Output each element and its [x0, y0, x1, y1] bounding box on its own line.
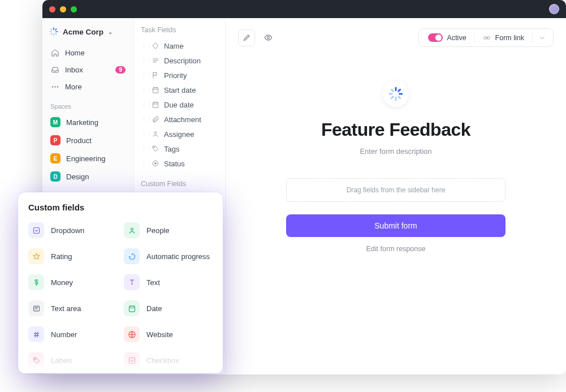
text-icon — [124, 274, 140, 290]
window-minimize-dot[interactable] — [60, 6, 66, 12]
brand-icon — [49, 27, 58, 36]
home-icon — [50, 48, 59, 57]
nav-badge: 9 — [115, 66, 126, 74]
preview-mode-button[interactable] — [260, 29, 276, 46]
draggable-field-assignee[interactable]: ⋮⋮ Assignee — [140, 127, 219, 141]
field-dropzone[interactable]: Drag fields from the sidebar here — [286, 178, 505, 202]
calendar-icon — [151, 86, 159, 94]
tag-icon — [28, 352, 44, 368]
space-item-marketing[interactable]: M Marketing — [48, 113, 128, 131]
space-item-engineering[interactable]: E Engineering — [48, 149, 128, 167]
draggable-field-status[interactable]: ⋮⋮ Status — [140, 156, 219, 171]
field-label: Description — [164, 57, 201, 65]
custom-field-type-people[interactable]: People — [124, 220, 213, 240]
drag-handle-icon[interactable]: ⋮⋮ — [141, 101, 146, 109]
nav-item-inbox[interactable]: Inbox 9 — [48, 61, 128, 78]
dollar-icon — [28, 274, 44, 290]
paperclip-icon — [151, 115, 159, 124]
space-item-design[interactable]: D Design — [48, 167, 128, 186]
custom-field-type-text[interactable]: Text — [124, 272, 213, 292]
custom-field-type-website[interactable]: Website — [124, 324, 213, 344]
submit-button[interactable]: Submit form — [286, 214, 505, 237]
person-icon — [124, 222, 140, 238]
active-toggle[interactable]: Active — [422, 31, 472, 44]
field-label: Status — [164, 160, 185, 168]
popover-title: Custom fields — [28, 203, 213, 212]
window-close-dot[interactable] — [49, 6, 55, 12]
drag-handle-icon[interactable]: ⋮⋮ — [141, 131, 146, 138]
custom-field-type-label: Text area — [51, 304, 81, 313]
space-chip: E — [50, 153, 61, 163]
custom-field-type-label: Money — [51, 278, 73, 287]
custom-field-type-automatic-progress[interactable]: Automatic progress — [124, 246, 213, 266]
drag-handle-icon[interactable]: ⋮⋮ — [141, 160, 146, 167]
space-label: Marketing — [66, 118, 98, 127]
form-link-label: Form link — [495, 34, 524, 42]
dropdown-icon — [28, 222, 44, 238]
workspace-switcher[interactable]: Acme Corp ⌄ — [48, 25, 128, 44]
draggable-field-start-date[interactable]: ⋮⋮ Start date — [140, 83, 219, 97]
custom-field-type-money[interactable]: Money — [28, 272, 117, 292]
draggable-field-name[interactable]: ⋮⋮ Name — [140, 38, 219, 53]
form-logo[interactable] — [383, 81, 409, 107]
draggable-field-due-date[interactable]: ⋮⋮ Due date — [140, 97, 219, 112]
more-icon — [50, 82, 59, 91]
custom-field-type-checkbox[interactable]: Checkbox — [124, 350, 213, 371]
chevron-down-icon: ⌄ — [108, 29, 113, 35]
nav-item-label: Inbox — [65, 66, 83, 74]
drag-handle-icon[interactable]: ⋮⋮ — [141, 87, 146, 94]
window-zoom-dot[interactable] — [71, 6, 77, 12]
workspace-name: Acme Corp — [63, 28, 103, 36]
custom-field-type-text-area[interactable]: Text area — [28, 298, 117, 318]
form-description-placeholder[interactable]: Enter form description — [360, 147, 431, 156]
drag-handle-icon[interactable]: ⋮⋮ — [141, 57, 146, 64]
spaces-heading: Spaces — [48, 95, 128, 113]
draggable-field-attachment[interactable]: ⋮⋮ Attachment — [140, 112, 219, 127]
draggable-field-description[interactable]: ⋮⋮ Description — [140, 53, 219, 68]
lines-icon — [151, 57, 159, 65]
canvas-toolbar: Active Form link — [238, 28, 554, 47]
space-item-product[interactable]: P Product — [48, 131, 128, 149]
titlebar — [42, 0, 566, 18]
drag-handle-icon[interactable]: ⋮⋮ — [141, 72, 146, 79]
space-chip: P — [50, 135, 61, 145]
task-fields-heading: Task Fields — [140, 26, 219, 38]
check-square-icon — [124, 352, 140, 368]
custom-field-type-label: Labels — [51, 356, 72, 365]
nav-item-label: More — [65, 83, 82, 91]
user-avatar[interactable] — [549, 4, 559, 14]
field-label: Assignee — [164, 130, 194, 139]
nav-item-home[interactable]: Home — [48, 44, 128, 61]
drag-handle-icon[interactable]: ⋮⋮ — [141, 116, 146, 123]
custom-field-type-rating[interactable]: Rating — [28, 246, 117, 266]
custom-field-type-label: Date — [146, 304, 162, 313]
status-icon — [151, 160, 159, 168]
form-link-more-button[interactable] — [535, 32, 550, 44]
form-canvas: Active Form link Feature Feedback En — [226, 18, 566, 374]
custom-field-type-labels[interactable]: Labels — [28, 350, 117, 371]
edit-response-link[interactable]: Edit form response — [366, 245, 426, 253]
custom-field-type-dropdown[interactable]: Dropdown — [28, 220, 117, 240]
textarea-icon — [28, 300, 44, 316]
nav-item-more[interactable]: More — [48, 78, 128, 95]
custom-fields-heading: Custom Fields — [140, 171, 219, 192]
field-label: Due date — [164, 101, 194, 109]
space-label: Engineering — [66, 154, 105, 163]
diamond-icon — [151, 42, 159, 50]
inbox-icon — [50, 65, 59, 74]
edit-mode-button[interactable] — [238, 29, 255, 46]
form-link-button[interactable]: Form link — [477, 32, 530, 44]
custom-field-type-label: People — [146, 226, 169, 235]
drag-handle-icon[interactable]: ⋮⋮ — [141, 145, 146, 153]
draggable-field-priority[interactable]: ⋮⋮ Priority — [140, 68, 219, 83]
custom-field-type-date[interactable]: Date — [124, 298, 213, 318]
space-chip: M — [50, 117, 61, 127]
drag-handle-icon[interactable]: ⋮⋮ — [141, 42, 146, 50]
draggable-field-tags[interactable]: ⋮⋮ Tags — [140, 141, 219, 156]
form-title[interactable]: Feature Feedback — [321, 119, 470, 140]
calendar-icon — [151, 101, 159, 109]
form-preview: Feature Feedback Enter form description … — [238, 81, 554, 253]
custom-field-type-label: Text — [146, 278, 160, 287]
space-chip: D — [50, 171, 61, 182]
custom-field-type-number[interactable]: Number — [28, 324, 117, 344]
